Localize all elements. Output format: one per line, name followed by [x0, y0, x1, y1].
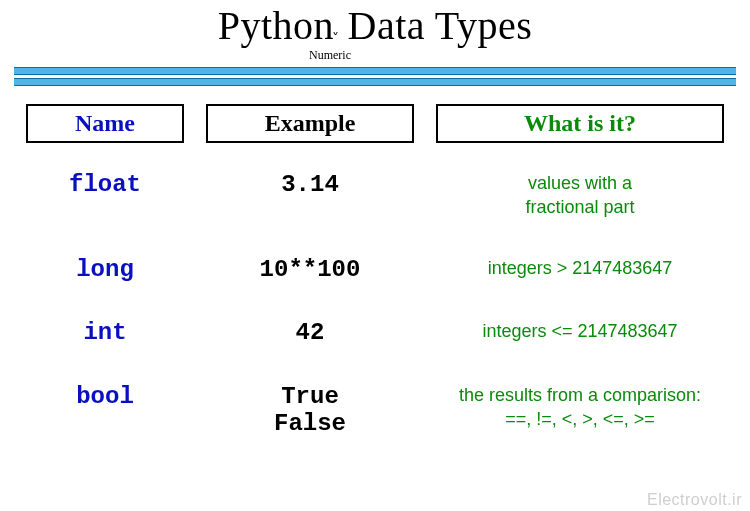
divider-group — [0, 67, 750, 86]
type-description: integers > 2147483647 — [430, 242, 730, 306]
caret-down-icon: ˅ — [332, 31, 339, 46]
divider-line — [14, 78, 736, 86]
type-name: float — [20, 157, 190, 242]
header-name: Name — [26, 104, 184, 143]
type-name: long — [20, 242, 190, 306]
header-example: Example — [206, 104, 414, 143]
type-description: values with a fractional part — [430, 157, 730, 242]
page-title-part2: Data Types — [337, 3, 532, 48]
type-name: bool — [20, 369, 190, 460]
data-types-table: Name Example What is it? float 3.14 valu… — [0, 104, 750, 460]
page-subtitle: Numeric — [0, 48, 750, 63]
type-example: 42 — [200, 305, 420, 369]
title-block: Python˅ Data Types Numeric — [0, 2, 750, 49]
type-description: the results from a comparison: ==, !=, <… — [430, 369, 730, 460]
divider-line — [14, 67, 736, 75]
type-example: True False — [200, 369, 420, 460]
watermark: Electrovolt.ir — [647, 491, 742, 509]
slide: Python˅ Data Types Numeric Name Example … — [0, 2, 750, 511]
page-title-part1: Python — [218, 3, 334, 48]
header-whatisit: What is it? — [436, 104, 724, 143]
type-description: integers <= 2147483647 — [430, 305, 730, 369]
type-example: 3.14 — [200, 157, 420, 242]
type-name: int — [20, 305, 190, 369]
type-example: 10**100 — [200, 242, 420, 306]
